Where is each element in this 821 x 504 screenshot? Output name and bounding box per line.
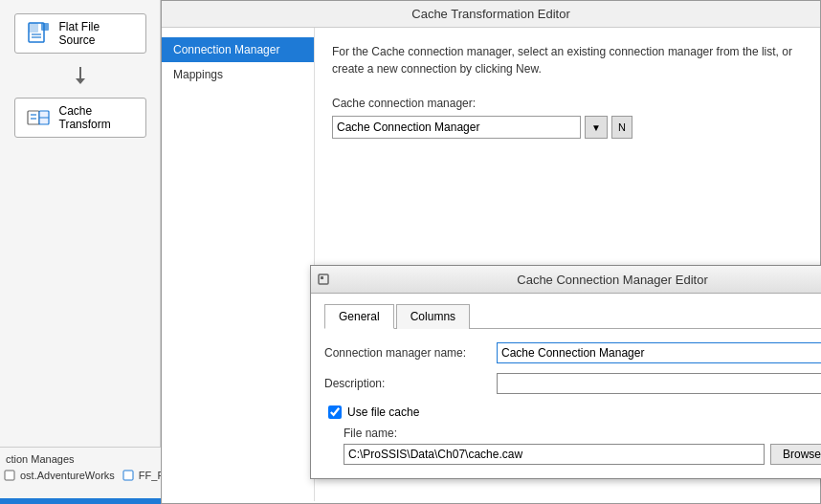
dialog-body: General Columns Connection manager name:…	[311, 294, 821, 478]
bottom-item-1-label: ost.AdventureWorks	[20, 470, 115, 481]
dialog-tab-bar: General Columns	[324, 303, 821, 329]
cache-label: Cache connection manager:	[332, 97, 803, 110]
left-panel: Flat File Source Cache Transform ction M…	[0, 0, 161, 504]
new-connection-btn[interactable]: N	[611, 116, 632, 139]
main-title-text: Cache Transformation Editor	[411, 7, 569, 21]
use-file-cache-label: Use file cache	[347, 405, 419, 419]
tab-columns[interactable]: Columns	[396, 304, 470, 329]
flat-file-source-node[interactable]: Flat File Source	[14, 13, 146, 54]
cache-transform-label: Cache Transform	[59, 104, 136, 131]
file-name-label: File name:	[344, 427, 821, 440]
svg-rect-10	[5, 471, 14, 480]
svg-rect-13	[321, 276, 323, 279]
svg-rect-1	[29, 23, 38, 33]
nav-item-connection-manager-label: Connection Manager	[173, 43, 279, 56]
svg-rect-7	[31, 118, 36, 120]
file-input-row: Browse...	[344, 444, 821, 465]
svg-rect-6	[31, 114, 36, 116]
main-editor-panel: Cache Transformation Editor Connection M…	[161, 0, 821, 504]
connection-name-input[interactable]	[497, 342, 821, 363]
content-description: For the Cache connection manager, select…	[332, 43, 803, 77]
svg-rect-11	[123, 471, 133, 480]
dialog-title-text: Cache Connection Manager Editor	[319, 273, 821, 287]
dialog-titlebar: Cache Connection Manager Editor — ❐ ✕	[311, 266, 821, 294]
use-file-cache-row: Use file cache	[324, 405, 821, 419]
cache-transform-node[interactable]: Cache Transform	[14, 98, 146, 138]
cache-connection-dropdown[interactable]: Cache Connection Manager	[332, 116, 581, 139]
bottom-bar-title: ction Manages	[4, 453, 157, 465]
file-name-input[interactable]	[344, 444, 765, 465]
main-content: For the Cache connection manager, select…	[315, 28, 820, 501]
connection-name-row: Connection manager name:	[324, 342, 821, 363]
description-label: Description:	[324, 377, 497, 390]
tab-general[interactable]: General	[324, 304, 394, 329]
flow-arrow	[75, 67, 86, 84]
bottom-item-1[interactable]: ost.AdventureWorks	[4, 469, 115, 482]
svg-rect-4	[41, 23, 49, 31]
use-file-cache-checkbox[interactable]	[328, 405, 342, 419]
bottom-bar-items: ost.AdventureWorks FF_Produ	[4, 469, 157, 482]
browse-button[interactable]: Browse...	[770, 444, 821, 465]
main-nav: Connection Manager Mappings	[162, 28, 315, 501]
bottom-bar: ction Manages ost.AdventureWorks FF_Prod…	[0, 447, 161, 504]
description-input[interactable]	[497, 373, 821, 394]
dropdown-row: Cache Connection Manager ▼ N	[332, 116, 803, 139]
nav-item-connection-manager[interactable]: Connection Manager	[162, 37, 314, 62]
description-row: Description:	[324, 373, 821, 394]
nav-item-mappings[interactable]: Mappings	[162, 62, 314, 87]
flat-file-label: Flat File Source	[59, 20, 136, 47]
flat-file-icon	[25, 20, 52, 47]
cache-connection-manager-dialog: Cache Connection Manager Editor — ❐ ✕	[310, 265, 821, 479]
cache-transform-icon	[25, 104, 52, 131]
main-body: Connection Manager Mappings For the Cach…	[162, 28, 820, 501]
dropdown-arrow-btn[interactable]: ▼	[585, 116, 608, 139]
nav-item-mappings-label: Mappings	[173, 68, 223, 81]
blue-highlight-bar	[0, 498, 161, 504]
file-name-row: File name: Browse...	[324, 427, 821, 465]
dialog-resize-icon	[315, 271, 332, 288]
main-title-bar: Cache Transformation Editor	[162, 1, 820, 28]
connection-name-label: Connection manager name:	[324, 346, 497, 360]
